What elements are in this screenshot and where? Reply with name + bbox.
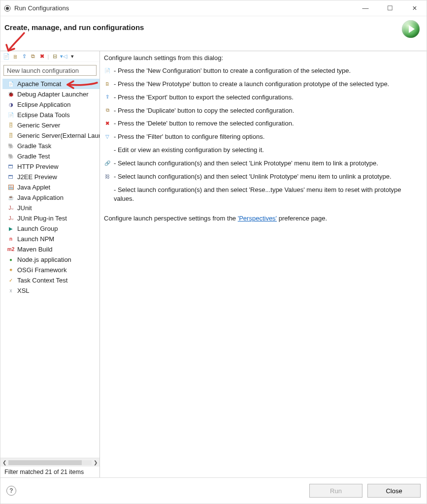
minimize-button[interactable]: — [358,4,373,12]
expand-all-button[interactable]: ⊟ [51,53,59,61]
help-line: 🗎 - Press the 'New Prototype' button to … [104,80,421,89]
gradle-icon: 🐘 [7,153,14,160]
preview-icon: 🗔 [7,163,14,170]
duplicate-button[interactable]: ⧉ [29,53,37,61]
help-line: - Select launch configuration(s) and the… [104,186,421,204]
junit-icon: Jᵤ [7,215,14,222]
scroll-right-arrow[interactable]: ❯ [92,460,99,465]
tree-item-label: XSL [17,287,30,294]
tree-item[interactable]: xXSL [2,285,99,296]
delete-icon: ✖ [105,120,109,127]
blank-icon [104,187,111,193]
prototype-icon: 🗎 [105,81,110,88]
tree-item[interactable]: 🗄Generic Server(External Laur [2,130,99,141]
tree-item[interactable]: nLaunch NPM [2,234,99,244]
tree-item[interactable]: 📄Apache Tomcat [2,79,99,89]
filter-input[interactable] [4,65,96,75]
tree-item-label: Debug Adapter Launcher [17,91,89,98]
tree-item-label: JUnit [17,204,32,212]
right-pane: Configure launch settings from this dial… [100,51,427,477]
help-text: - Select launch configuration(s) and the… [114,159,378,168]
tree-item[interactable]: ✦OSGi Framework [2,265,99,275]
launch-group-icon: ▶ [7,225,14,232]
export-icon: ⇪ [104,94,111,101]
tree-item[interactable]: 🗔J2EE Preview [2,172,99,182]
tree-item[interactable]: 🐘Gradle Test [2,151,99,161]
tree-item-label: Eclipse Application [17,101,70,108]
run-button[interactable]: Run [309,484,362,498]
new-config-button[interactable]: 📄 [2,53,10,61]
window-title: Run Configurations [14,4,358,12]
doc-icon: 📄 [7,112,14,119]
tree-item[interactable]: ●Node.js application [2,254,99,265]
tree-item-label: Gradle Test [17,153,50,160]
tree-item[interactable]: 📄Eclipse Data Tools [2,110,99,120]
title-bar: Run Configurations — ☐ × [0,0,427,16]
tree-item-label: OSGi Framework [17,266,66,274]
tree-item[interactable]: 🪟Java Applet [2,182,99,192]
scroll-left-arrow[interactable]: ❮ [0,460,8,465]
run-icon [402,20,420,38]
tree-item[interactable]: ☕Java Application [2,192,99,203]
applet-icon: 🪟 [7,184,14,191]
tree-item-label: Generic Server [17,122,60,129]
export-icon: ⇪ [105,94,109,101]
tree-item[interactable]: ▶Launch Group [2,223,99,234]
scroll-track[interactable] [8,460,92,465]
help-line: ⇪ - Press the 'Export' button to export … [104,93,421,102]
server-icon: 🗄 [7,122,14,129]
tree-item[interactable]: 🐞Debug Adapter Launcher [2,89,99,99]
delete-button[interactable]: ✖ [38,53,46,61]
help-line: - Edit or view an existing configuration… [104,146,421,155]
new-prototype-button[interactable]: 🗎 [11,53,19,61]
link-icon: 🔗 [104,160,111,167]
bug-icon: 🐞 [7,91,14,98]
filter-icon: ▽ [105,133,109,141]
tree-item-label: Apache Tomcat [17,80,61,88]
help-line: 📄 - Press the 'New Configuration' button… [104,66,421,76]
tree-item[interactable]: 🗄Generic Server [2,120,99,130]
help-text: - Press the 'New Prototype' button to cr… [114,80,389,89]
config-toolbar: 📄 🗎 ⇪ ⧉ ✖ | ⊟ ▾◁ ▾ [0,51,99,62]
tree-item[interactable]: 🐘Gradle Task [2,141,99,151]
scroll-thumb[interactable] [8,460,82,465]
view-menu-button[interactable]: ▾ [68,53,76,61]
help-text: - Edit or view an existing configuration… [114,146,264,155]
left-pane: 📄 🗎 ⇪ ⧉ ✖ | ⊟ ▾◁ ▾ 📄Apache Tomcat🐞Debug … [0,51,100,477]
maximize-button[interactable]: ☐ [382,4,398,12]
tree-item-label: Task Context Test [17,277,67,284]
perspectives-link[interactable]: 'Perspectives' [238,215,277,222]
help-text: - Select launch configuration(s) and the… [114,172,392,182]
help-button[interactable]: ? [6,486,16,496]
unlink-icon: ⛓ [104,173,111,180]
filter-box [3,65,97,76]
help-line: 🔗 - Select launch configuration(s) and t… [104,159,421,168]
java-icon: ☕ [7,194,14,201]
help-heading: Configure launch settings from this dial… [104,54,421,62]
perspectives-note: Configure launch perspective settings fr… [104,215,421,222]
tree-item[interactable]: 🗔HTTP Preview [2,161,99,172]
npm-icon: n [7,236,14,243]
tree-item[interactable]: ◑Eclipse Application [2,99,99,110]
tree-item[interactable]: ✓Task Context Test [2,275,99,285]
horizontal-scrollbar[interactable]: ❮ ❯ [0,458,99,467]
close-window-button[interactable]: × [407,4,423,13]
filter-button[interactable]: ▾◁ [60,53,67,61]
prototype-icon: 🗎 [104,81,111,88]
doc-icon: 📄 [7,81,14,88]
config-tree[interactable]: 📄Apache Tomcat🐞Debug Adapter Launcher◑Ec… [0,79,99,458]
tree-item[interactable]: JᵤJUnit Plug-in Test [2,213,99,223]
new-icon: 📄 [104,67,111,74]
tree-item-label: Java Applet [17,184,50,191]
close-button[interactable]: Close [367,484,421,498]
server-icon: 🗄 [7,132,14,139]
persp-pre: Configure launch perspective settings fr… [104,215,238,222]
app-icon [3,4,11,12]
junit-icon: Jᵤ [7,205,14,212]
tree-item[interactable]: m2Maven Build [2,244,99,254]
tree-item[interactable]: JᵤJUnit [2,203,99,213]
dialog-header: Create, manage, and run configurations [0,16,427,51]
new-icon: 📄 [104,67,110,75]
help-text: - Press the 'New Configuration' button t… [114,66,351,76]
export-button[interactable]: ⇪ [20,53,28,61]
